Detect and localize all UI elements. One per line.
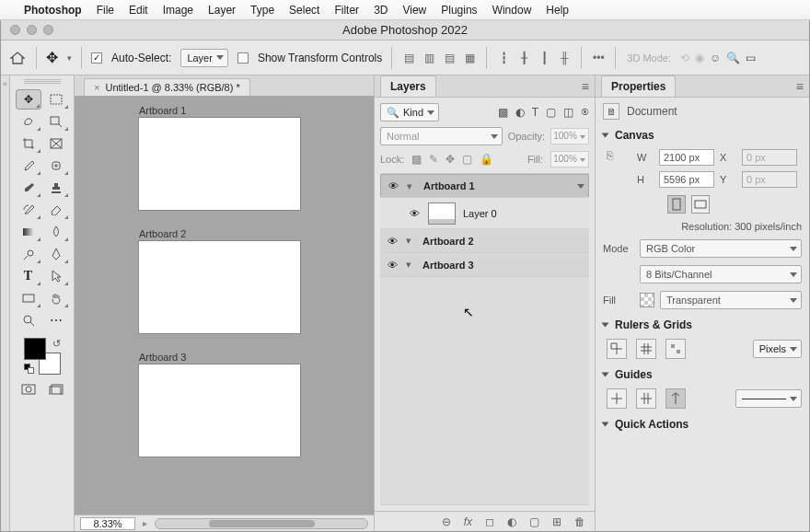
width-field[interactable]: 2100 px	[659, 149, 714, 166]
layer-thumbnail[interactable]	[428, 202, 456, 225]
bit-depth-select[interactable]: 8 Bits/Channel	[640, 265, 802, 283]
panel-menu-icon[interactable]: ≡	[796, 79, 804, 94]
distribute-3-icon[interactable]: ┃	[537, 51, 551, 65]
show-transform-checkbox[interactable]	[237, 52, 249, 64]
menubar-app[interactable]: Photoshop	[24, 4, 82, 17]
smart-guides-icon[interactable]	[665, 388, 686, 409]
search-icon[interactable]: 🔍	[726, 52, 740, 64]
zoom-field[interactable]: 8.33%	[80, 517, 135, 530]
menu-select[interactable]: Select	[289, 4, 319, 17]
color-mode-select[interactable]: RGB Color	[640, 239, 802, 258]
menu-layer[interactable]: Layer	[208, 4, 236, 17]
ruler-icon[interactable]	[607, 339, 627, 359]
default-colors-icon[interactable]	[24, 364, 35, 375]
gradient-tool[interactable]	[16, 222, 41, 242]
visibility-icon[interactable]: 👁	[408, 208, 421, 219]
layer-row[interactable]: 👁 ▾ Artboard 3	[380, 253, 589, 277]
swap-colors-icon[interactable]: ↺	[52, 338, 61, 350]
history-brush-tool[interactable]	[16, 200, 41, 220]
zoom-tool[interactable]	[16, 310, 41, 330]
menu-view[interactable]: View	[402, 4, 426, 17]
distribute-h-icon[interactable]: ┇	[496, 51, 511, 65]
y-field[interactable]: 0 px	[742, 171, 797, 188]
eraser-tool[interactable]	[43, 200, 69, 220]
grid-icon[interactable]	[636, 339, 656, 359]
lasso-tool[interactable]	[16, 111, 41, 132]
screen-mode-icon[interactable]	[49, 384, 64, 395]
distribute-v-icon[interactable]: ╂	[516, 51, 531, 65]
home-button[interactable]	[8, 50, 27, 66]
canvas-fill-select[interactable]: Transparent	[660, 291, 802, 309]
visibility-icon[interactable]: 👁	[386, 260, 399, 271]
pen-tool[interactable]	[43, 244, 69, 264]
layers-tab[interactable]: Layers	[380, 75, 436, 97]
workspace-icon[interactable]: ▭	[746, 52, 756, 64]
pixel-grid-icon[interactable]	[665, 339, 686, 359]
artboard-canvas[interactable]	[139, 364, 300, 457]
height-field[interactable]: 5596 px	[659, 171, 714, 188]
hand-tool[interactable]	[43, 288, 69, 308]
new-layer-icon[interactable]: ⊞	[552, 515, 561, 528]
3d-orbit-icon[interactable]: ⟲	[680, 52, 689, 64]
layer-fx-icon[interactable]: fx	[464, 515, 472, 528]
disclosure-icon[interactable]: ▾	[407, 180, 416, 192]
layer-name[interactable]: Artboard 2	[422, 236, 474, 247]
fill-swatch[interactable]	[640, 293, 654, 307]
filter-pixel-icon[interactable]: ▩	[498, 106, 508, 119]
selection-tool[interactable]	[43, 111, 69, 132]
blend-mode-select[interactable]: Normal	[380, 127, 503, 145]
healing-tool[interactable]	[43, 156, 69, 176]
link-dimensions-icon[interactable]: ⎘	[607, 149, 613, 188]
filter-smart-icon[interactable]: ◫	[563, 106, 573, 119]
artboard-label[interactable]: Artboard 2	[139, 228, 186, 239]
fill-opacity-field[interactable]: 100%	[550, 151, 589, 168]
orientation-landscape-icon[interactable]	[691, 195, 710, 214]
lock-all-icon[interactable]: 🔒	[480, 153, 493, 166]
edit-toolbar[interactable]: ⋯	[43, 310, 69, 330]
menu-edit[interactable]: Edit	[129, 4, 148, 17]
x-field[interactable]: 0 px	[742, 149, 797, 166]
filter-toggle[interactable]: ⦿	[581, 108, 589, 117]
lock-image-icon[interactable]: ✎	[429, 153, 438, 166]
guides-lock-icon[interactable]	[636, 388, 656, 409]
3d-light-icon[interactable]: ☺	[710, 52, 721, 64]
filter-adjust-icon[interactable]: ◐	[515, 106, 525, 119]
menu-help[interactable]: Help	[546, 4, 569, 17]
artboard-canvas[interactable]	[139, 241, 300, 333]
auto-select-checkbox[interactable]: ✓	[91, 52, 102, 64]
distribute-4-icon[interactable]: ╫	[557, 51, 572, 65]
lock-transparent-icon[interactable]: ▩	[411, 153, 422, 166]
frame-tool[interactable]	[43, 133, 69, 154]
artboard-label[interactable]: Artboard 1	[139, 105, 186, 116]
more-icon[interactable]: •••	[591, 51, 606, 65]
crop-tool[interactable]	[16, 133, 41, 154]
filter-shape-icon[interactable]: ▢	[546, 106, 556, 119]
link-layers-icon[interactable]: ⊖	[442, 515, 451, 528]
guide-style-select[interactable]	[735, 389, 802, 408]
marquee-tool[interactable]	[43, 89, 69, 110]
layer-mask-icon[interactable]: ◻	[485, 515, 494, 528]
canvas-section-header[interactable]: Canvas	[603, 129, 802, 142]
move-tool[interactable]: ✥	[16, 89, 41, 110]
align-hcenter-icon[interactable]: ▥	[422, 51, 436, 65]
path-select-tool[interactable]	[43, 266, 69, 286]
menu-3d[interactable]: 3D	[374, 4, 388, 17]
rectangle-tool[interactable]	[16, 288, 41, 308]
brush-tool[interactable]	[16, 178, 41, 198]
eyedropper-tool[interactable]	[16, 156, 41, 176]
menu-file[interactable]: File	[97, 4, 114, 17]
status-chevron-icon[interactable]: ▸	[143, 518, 147, 528]
canvas-viewport[interactable]: Artboard 1 Artboard 2 Artboard 3	[75, 96, 374, 515]
lock-position-icon[interactable]: ✥	[446, 153, 455, 166]
blur-tool[interactable]	[43, 222, 69, 242]
opacity-field[interactable]: 100%	[550, 128, 589, 145]
menu-image[interactable]: Image	[163, 4, 193, 17]
traffic-zoom[interactable]	[43, 25, 53, 35]
traffic-minimize[interactable]	[27, 25, 37, 35]
delete-layer-icon[interactable]: 🗑	[574, 515, 585, 528]
artboard-label[interactable]: Artboard 3	[139, 352, 186, 363]
layer-row[interactable]: 👁 Layer 0	[380, 198, 589, 229]
layer-name[interactable]: Layer 0	[463, 208, 497, 219]
layer-name[interactable]: Artboard 3	[422, 260, 474, 271]
filter-type-icon[interactable]: T	[532, 106, 538, 119]
